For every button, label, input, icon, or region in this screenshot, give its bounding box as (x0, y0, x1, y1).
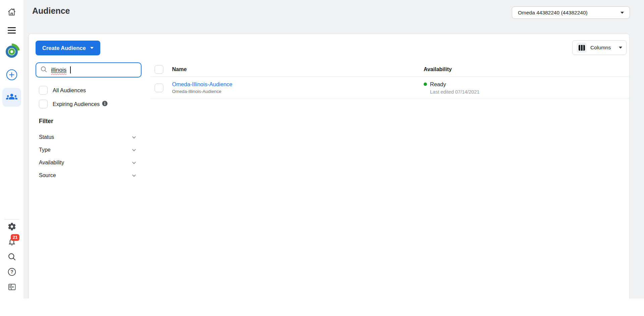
help-icon[interactable]: ? (7, 267, 16, 276)
all-audiences-checkbox[interactable] (39, 86, 48, 95)
audience-card: Create Audience Columns illinois All Aud… (29, 34, 630, 299)
notifications-bell-icon[interactable]: 21 (7, 237, 16, 246)
column-header-name: Name (172, 66, 424, 72)
filter-group-type[interactable]: Type (39, 146, 137, 154)
last-edited-label: Last edited 07/14/2021 (424, 89, 629, 95)
filter-group-label: Type (39, 147, 51, 153)
chevron-down-icon (131, 160, 137, 166)
search-input-value: illinois (51, 67, 66, 73)
sidebar-item-audiences[interactable] (2, 88, 21, 107)
omeda-logo[interactable] (3, 42, 20, 60)
add-icon[interactable] (6, 69, 17, 81)
audience-table: Name Availability Omeda-Illinois-Audienc… (151, 62, 629, 99)
column-header-availability: Availability (424, 66, 629, 72)
search-magnifier-icon (40, 66, 48, 74)
svg-text:?: ? (10, 269, 13, 274)
chevron-down-icon (619, 47, 622, 49)
audiences-icon (6, 91, 17, 104)
columns-icon (577, 43, 587, 53)
audience-name-link[interactable]: Omeda-Illinois-Audience (172, 81, 232, 87)
status-dot (424, 83, 427, 86)
audience-page: 21 ? Audience Omeda 44382240 (44 (0, 0, 644, 316)
table-row: Omeda-Illinois-Audience Omeda-Illinois-A… (151, 77, 629, 99)
expiring-audiences-row: Expiring Audiences (39, 100, 108, 108)
expiring-audiences-label: Expiring Audiences (53, 101, 100, 107)
page-title: Audience (32, 6, 70, 16)
filter-group-availability[interactable]: Availability (39, 159, 137, 167)
create-audience-button[interactable]: Create Audience (36, 41, 100, 55)
create-audience-label: Create Audience (42, 45, 86, 51)
sidebar: 21 ? (0, 0, 23, 299)
search-icon[interactable] (7, 252, 16, 261)
status-label: Ready (430, 81, 446, 88)
chevron-down-icon (621, 12, 624, 14)
row-checkbox[interactable] (155, 84, 163, 92)
settings-gear-icon[interactable] (7, 222, 16, 231)
chevron-down-icon (131, 173, 137, 178)
home-icon[interactable] (7, 7, 16, 17)
search-input[interactable]: illinois (36, 62, 142, 77)
expand-panel-icon[interactable] (7, 282, 16, 292)
all-audiences-row: All Audiences (39, 86, 86, 95)
chevron-down-icon (131, 135, 137, 140)
columns-label: Columns (590, 45, 611, 51)
account-selector-value: Omeda 44382240 (44382240) (518, 10, 588, 16)
filter-group-label: Status (39, 134, 54, 140)
all-audiences-label: All Audiences (53, 87, 86, 94)
sidebar-divider (4, 219, 19, 220)
info-icon[interactable] (102, 101, 108, 108)
filter-group-status[interactable]: Status (39, 133, 137, 141)
select-all-checkbox[interactable] (155, 65, 163, 74)
account-selector-dropdown[interactable]: Omeda 44382240 (44382240) (512, 6, 630, 19)
columns-button[interactable]: Columns (572, 40, 627, 55)
expiring-audiences-checkbox[interactable] (39, 100, 48, 108)
table-header: Name Availability (151, 62, 629, 77)
audience-subtitle: Omeda-Illinois-Audience (172, 89, 424, 94)
chevron-down-icon (90, 47, 94, 49)
filter-heading: Filter (39, 118, 53, 125)
filter-group-source[interactable]: Source (39, 171, 137, 179)
filter-group-label: Source (39, 172, 56, 178)
chevron-down-icon (131, 147, 137, 153)
notification-badge: 21 (11, 234, 19, 241)
filter-group-label: Availability (39, 160, 64, 166)
menu-icon[interactable] (7, 25, 16, 35)
text-cursor (70, 66, 71, 73)
